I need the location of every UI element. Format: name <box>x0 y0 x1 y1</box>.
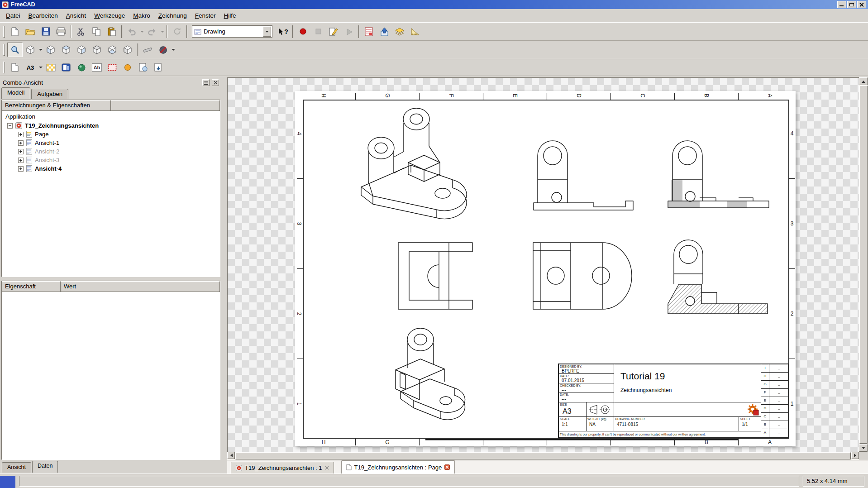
tree-item-label[interactable]: Ansicht-2 <box>35 148 59 155</box>
tree-item-page[interactable]: Page <box>2 130 220 139</box>
workbench-selector[interactable]: Drawing <box>192 25 272 38</box>
view-iso-bottom-left[interactable] <box>396 328 465 420</box>
refresh-button[interactable] <box>169 24 185 39</box>
macro-edit-button[interactable] <box>326 24 341 39</box>
bottom-view-button[interactable] <box>105 43 120 57</box>
view-top-mid-center[interactable] <box>533 243 632 309</box>
menu-makro[interactable]: Makro <box>129 10 154 21</box>
clip-group-button[interactable] <box>105 60 120 75</box>
view-section-top-right[interactable] <box>668 141 769 208</box>
drawing-viewport[interactable]: H G F E D C B A 4 3 2 1 4 3 2 1 H G B A … <box>227 77 859 452</box>
view-side-mid-right[interactable] <box>668 240 768 314</box>
panel-splitter[interactable] <box>222 77 227 474</box>
expand-icon[interactable] <box>18 166 24 172</box>
tree-item-ansicht-1[interactable]: Ansicht-1 <box>2 139 220 147</box>
fit-zoom-button[interactable] <box>7 43 23 57</box>
maximize-button[interactable] <box>847 1 856 8</box>
menu-zeichnung[interactable]: Zeichnung <box>154 10 191 21</box>
tree-item-label[interactable]: Ansicht-1 <box>35 139 59 146</box>
title-bar[interactable]: FreeCAD <box>0 0 868 9</box>
view-iso-top-left[interactable] <box>361 108 467 219</box>
draft-view-button[interactable] <box>74 60 89 75</box>
clipping-dropdown[interactable] <box>171 43 176 57</box>
horizontal-scroll-thumb[interactable] <box>235 452 851 459</box>
copy-button[interactable] <box>89 24 104 39</box>
view-section-mid-left[interactable] <box>398 243 472 309</box>
tree-item-document[interactable]: T19_Zeichnungsansichten <box>2 121 220 130</box>
menu-datei[interactable]: Datei <box>2 10 24 21</box>
vertical-scrollbar[interactable] <box>859 77 868 452</box>
export-page-button[interactable] <box>377 24 392 39</box>
macro-play-button[interactable] <box>341 24 357 39</box>
clipping-plane-button[interactable] <box>155 43 171 57</box>
tree-item-label[interactable]: Ansicht-4 <box>35 165 62 172</box>
scroll-right-button[interactable] <box>851 452 859 459</box>
horizontal-scrollbar[interactable] <box>227 452 859 460</box>
toolbar-handle[interactable] <box>3 44 5 56</box>
property-column-value[interactable]: Wert <box>61 281 220 292</box>
drawing-sheet-button[interactable] <box>361 24 377 39</box>
tree-item-ansicht-4[interactable]: Ansicht-4 <box>2 164 220 173</box>
float-panel-button[interactable] <box>202 79 210 86</box>
top-view-button[interactable] <box>58 43 74 57</box>
tree-item-ansicht-3[interactable]: Ansicht-3 <box>2 156 220 164</box>
workbench-dropdown-button[interactable] <box>263 26 271 37</box>
tab-daten-props[interactable]: Daten <box>32 461 58 473</box>
toolbar-handle[interactable] <box>3 26 5 38</box>
close-panel-button[interactable] <box>212 79 219 86</box>
menu-bearbeiten[interactable]: Bearbeiten <box>24 10 62 21</box>
save-document-button[interactable] <box>38 24 53 39</box>
print-button[interactable] <box>53 24 69 39</box>
macro-record-button[interactable] <box>295 24 310 39</box>
dimension-tool-button[interactable] <box>407 24 423 39</box>
doc-tab-label[interactable]: T19_Zeichnungsansichten : 1 <box>245 464 322 471</box>
template-page-button[interactable] <box>43 60 58 75</box>
tree-header-label[interactable]: Bezeichnungen & Eigenschaften <box>2 100 111 111</box>
redo-button[interactable] <box>144 24 160 39</box>
doc-tab-3d-view[interactable]: T19_Zeichnungsansichten : 1 <box>231 462 334 474</box>
minimize-button[interactable] <box>837 1 846 8</box>
paste-button[interactable] <box>104 24 119 39</box>
measure-distance-button[interactable] <box>140 43 155 57</box>
whatsthis-button[interactable]: ? <box>275 24 291 39</box>
expand-icon[interactable] <box>18 149 24 154</box>
page-format-dropdown[interactable] <box>38 61 43 74</box>
drawing-page-a3[interactable]: H G F E D C B A 4 3 2 1 4 3 2 1 H G B A … <box>295 91 796 446</box>
application-root-label[interactable]: Applikation <box>2 111 220 121</box>
tab-ansicht-props[interactable]: Ansicht <box>2 462 31 473</box>
new-a3-page-button[interactable]: A3 <box>23 60 38 75</box>
rear-view-button[interactable] <box>89 43 105 57</box>
vertical-scroll-thumb[interactable] <box>859 86 868 444</box>
expand-icon[interactable] <box>18 132 24 137</box>
redo-dropdown[interactable] <box>160 25 165 38</box>
open-document-button[interactable] <box>23 24 38 39</box>
tab-aufgaben[interactable]: Aufgaben <box>31 89 68 99</box>
scroll-left-button[interactable] <box>227 452 235 459</box>
menu-fenster[interactable]: Fenster <box>191 10 220 21</box>
property-column-name[interactable]: Eigenschaft <box>2 281 61 292</box>
scroll-up-button[interactable] <box>859 77 868 85</box>
macro-stop-button[interactable] <box>310 24 326 39</box>
menu-ansicht[interactable]: Ansicht <box>62 10 90 21</box>
doc-tab-label[interactable]: T19_Zeichnungsansichten : Page <box>354 464 442 471</box>
view-front-top-center[interactable] <box>534 141 633 210</box>
axonometric-view-button[interactable] <box>23 43 38 57</box>
open-browser-view-button[interactable] <box>135 60 151 75</box>
new-page-button[interactable] <box>7 60 23 75</box>
tree-item-label[interactable]: Page <box>35 131 48 138</box>
layers-button[interactable] <box>392 24 407 39</box>
right-view-button[interactable] <box>74 43 89 57</box>
scroll-down-button[interactable] <box>859 444 868 452</box>
tab-modell[interactable]: Modell <box>1 87 30 99</box>
menu-werkzeuge[interactable]: Werkzeuge <box>90 10 129 21</box>
expand-icon[interactable] <box>18 140 24 146</box>
tree-item-label[interactable]: Ansicht-3 <box>35 157 59 163</box>
doc-tab-page[interactable]: T19_Zeichnungsansichten : Page <box>341 460 455 474</box>
export-drawing-button[interactable] <box>151 60 166 75</box>
left-view-button[interactable] <box>120 43 135 57</box>
tree-item-ansicht-2[interactable]: Ansicht-2 <box>2 147 220 156</box>
insert-view-button[interactable] <box>58 60 74 75</box>
new-document-button[interactable] <box>7 24 23 39</box>
cut-button[interactable] <box>73 24 89 39</box>
tree-item-label[interactable]: T19_Zeichnungsansichten <box>25 122 99 129</box>
